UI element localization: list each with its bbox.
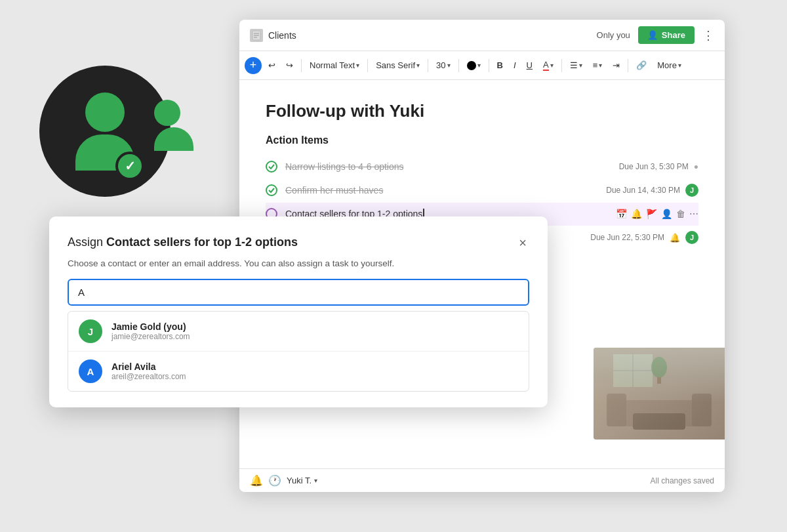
add-button[interactable]: + xyxy=(245,57,262,74)
modal-header: Assign Contact sellers for top 1-2 optio… xyxy=(68,235,529,251)
footer-bell-icon[interactable]: 🔔 xyxy=(250,474,263,487)
svg-point-8 xyxy=(651,357,667,378)
user-avatar-background: ✓ xyxy=(39,66,171,197)
modal-close-button[interactable]: × xyxy=(516,235,529,251)
avatar-checkmark: ✓ xyxy=(115,152,144,180)
bold-button[interactable]: B xyxy=(493,58,507,73)
visibility-label: Only you xyxy=(597,30,630,40)
svg-rect-11 xyxy=(607,394,626,426)
modal-description: Choose a contact or enter an email addre… xyxy=(68,258,529,268)
contact-name-2: Ariel Avila xyxy=(111,361,518,372)
item-actions-3: 📅 🔔 🚩 👤 🗑 ⋯ xyxy=(616,209,698,219)
text-style-arrow: ▾ xyxy=(356,62,359,69)
text-style-dropdown[interactable]: Normal Text ▾ xyxy=(306,58,363,73)
item-meta-1: Due Jun 3, 5:30 PM ● xyxy=(619,162,698,171)
contact-avatar-2: A xyxy=(79,359,102,383)
link-button[interactable]: 🔗 xyxy=(632,58,651,73)
assignee-avatar-2: J xyxy=(685,184,698,197)
action-item-2: Confirm her must-haves Due Jun 14, 4:30 … xyxy=(266,178,698,203)
due-date-4: Due Jun 22, 5:30 PM xyxy=(590,233,664,242)
svg-rect-13 xyxy=(633,413,685,430)
doc-footer: 🔔 🕐 Yuki T. ▾ All changes saved xyxy=(239,468,725,492)
avatar-secondary xyxy=(154,100,193,151)
numbered-list-button[interactable]: ≡ ▾ xyxy=(589,58,607,73)
title-bar-right: Only you 👤 Share ⋮ xyxy=(597,26,714,44)
font-color-button[interactable]: ▾ xyxy=(463,58,485,73)
contact-item-2[interactable]: A Ariel Avila areil@zerealtors.com xyxy=(68,352,529,391)
assignee-avatar-4: J xyxy=(685,231,698,244)
contact-email-1: jamie@zerealtors.com xyxy=(111,332,518,341)
share-button[interactable]: 👤 Share xyxy=(638,26,695,44)
item-text-2: Confirm her must-haves xyxy=(285,185,606,195)
status-dot-1: ● xyxy=(694,162,698,171)
action-item-1: Narrow listings to 4-6 options Due Jun 3… xyxy=(266,155,698,178)
indent-button[interactable]: ⇥ xyxy=(609,58,624,73)
toolbar-separator-3 xyxy=(428,59,428,72)
contact-info-1: Jamie Gold (you) jamie@zerealtors.com xyxy=(111,321,518,341)
due-date-1: Due Jun 3, 5:30 PM xyxy=(619,162,689,171)
contact-list: J Jamie Gold (you) jamie@zerealtors.com … xyxy=(68,311,529,392)
checkbox-2[interactable] xyxy=(266,184,277,196)
doc-title: Clients xyxy=(268,30,296,41)
more-button[interactable]: More ▾ xyxy=(653,58,685,73)
flag-icon[interactable]: 🚩 xyxy=(646,209,657,219)
delete-icon[interactable]: 🗑 xyxy=(676,209,685,219)
highlight-arrow: ▾ xyxy=(550,62,554,69)
contact-search-input[interactable] xyxy=(68,279,529,306)
room-image xyxy=(594,348,725,440)
save-status: All changes saved xyxy=(651,476,714,485)
item-meta-4: Due Jun 22, 5:30 PM 🔔 J xyxy=(590,231,698,244)
toolbar-separator-4 xyxy=(458,59,459,72)
checkbox-1[interactable] xyxy=(266,161,277,173)
toolbar: + ↩ ↪ Normal Text ▾ Sans Serif ▾ 30 ▾ ▾ … xyxy=(239,51,725,80)
modal-title: Assign Contact sellers for top 1-2 optio… xyxy=(68,235,298,250)
color-arrow: ▾ xyxy=(477,62,481,69)
font-dropdown[interactable]: Sans Serif ▾ xyxy=(372,58,424,73)
bell-small-4: 🔔 xyxy=(670,233,680,243)
footer-clock-icon[interactable]: 🕐 xyxy=(268,474,281,487)
font-arrow: ▾ xyxy=(416,62,420,69)
toolbar-separator-2 xyxy=(367,59,368,72)
title-bar-left: Clients xyxy=(250,29,296,42)
redo-button[interactable]: ↪ xyxy=(282,58,297,73)
calendar-icon[interactable]: 📅 xyxy=(616,209,627,219)
footer-username: Yuki T. xyxy=(287,476,312,485)
more-item-icon[interactable]: ⋯ xyxy=(689,209,698,219)
svg-rect-9 xyxy=(657,377,661,384)
avatar-secondary-body xyxy=(154,127,193,151)
avatar-person: ✓ xyxy=(75,92,134,171)
contact-avatar-1: J xyxy=(79,319,102,343)
undo-button[interactable]: ↩ xyxy=(264,58,279,73)
more-options-icon[interactable]: ⋮ xyxy=(702,28,714,43)
color-dot xyxy=(467,61,476,70)
document-heading: Follow-up with Yuki xyxy=(266,101,698,121)
contact-item-1[interactable]: J Jamie Gold (you) jamie@zerealtors.com xyxy=(68,312,529,352)
toolbar-separator-5 xyxy=(489,59,489,72)
share-icon: 👤 xyxy=(647,30,658,40)
avatar-secondary-head xyxy=(154,100,180,126)
toolbar-separator-1 xyxy=(301,59,302,72)
assign-icon[interactable]: 👤 xyxy=(661,209,672,219)
doc-icon xyxy=(250,29,263,42)
footer-left: 🔔 🕐 Yuki T. ▾ xyxy=(250,474,317,487)
room-image-inner xyxy=(594,348,725,440)
font-size-arrow: ▾ xyxy=(447,62,451,69)
bullet-list-button[interactable]: ☰ ▾ xyxy=(566,58,586,73)
toolbar-separator-7 xyxy=(628,59,628,72)
document-subheading: Action Items xyxy=(266,134,698,146)
assign-modal: Assign Contact sellers for top 1-2 optio… xyxy=(49,216,548,407)
underline-button[interactable]: U xyxy=(523,58,536,73)
avatar-head xyxy=(85,92,125,132)
footer-user[interactable]: Yuki T. ▾ xyxy=(287,476,317,485)
due-date-2: Due Jun 14, 4:30 PM xyxy=(606,186,680,195)
contact-email-2: areil@zerealtors.com xyxy=(111,372,518,381)
svg-rect-12 xyxy=(692,394,712,426)
font-size-dropdown[interactable]: 30 ▾ xyxy=(432,58,454,73)
toolbar-separator-6 xyxy=(561,59,562,72)
highlight-color-button[interactable]: A ▾ xyxy=(539,57,557,73)
item-meta-2: Due Jun 14, 4:30 PM J xyxy=(606,184,698,197)
bell-icon[interactable]: 🔔 xyxy=(631,209,642,219)
title-bar: Clients Only you 👤 Share ⋮ xyxy=(239,20,725,51)
italic-button[interactable]: I xyxy=(510,58,520,73)
contact-name-1: Jamie Gold (you) xyxy=(111,321,518,332)
